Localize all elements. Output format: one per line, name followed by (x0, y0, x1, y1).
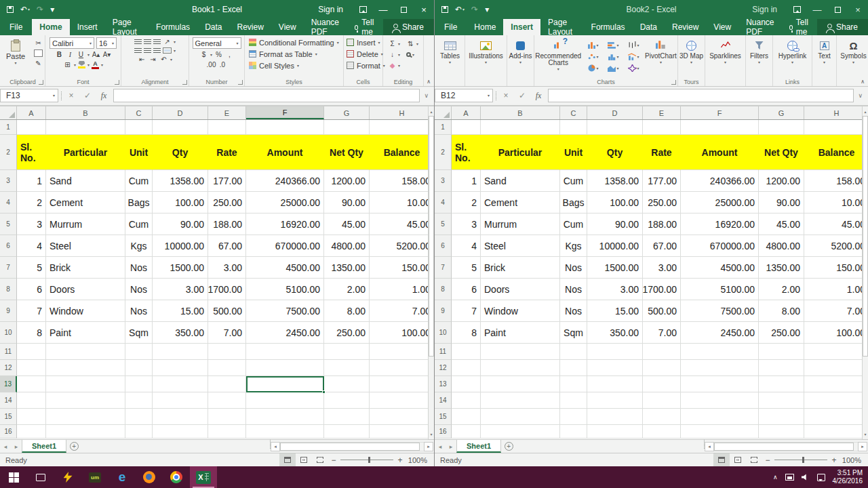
cell-e8[interactable]: 1700.00 (208, 279, 246, 300)
comma-style-icon[interactable]: , (225, 50, 234, 59)
cell-a9[interactable]: 7 (17, 300, 46, 322)
row-header-11[interactable]: 11 (435, 344, 452, 360)
cell-c13[interactable] (125, 376, 153, 392)
cell-d14[interactable] (587, 392, 643, 409)
sign-in-button[interactable]: Sign in (752, 5, 777, 14)
cell-e9[interactable]: 500.00 (643, 300, 681, 322)
cell-e2[interactable]: Rate (643, 135, 681, 170)
undo-icon[interactable]: ↶▾ (20, 5, 30, 14)
cell-g6[interactable]: 4800.00 (324, 235, 370, 257)
cell-f11[interactable] (681, 344, 759, 360)
tab-formulas[interactable]: Formulas (584, 19, 633, 35)
cell-a1[interactable] (452, 120, 481, 135)
cell-e3[interactable]: 177.00 (643, 170, 681, 192)
sheet-tab[interactable]: Sheet1 (22, 440, 66, 453)
collapse-ribbon-icon[interactable]: ∧ (861, 79, 865, 85)
cell-b15[interactable] (46, 409, 125, 425)
cell-h8[interactable]: 1.00 (370, 279, 434, 300)
view-normal-button[interactable] (713, 453, 730, 466)
row-header-7[interactable]: 7 (435, 257, 452, 279)
cell-h11[interactable] (804, 344, 868, 360)
row-header-4[interactable]: 4 (435, 192, 452, 214)
column-header-b[interactable]: B (481, 106, 560, 119)
h-scroll-left-icon[interactable]: ◂ (271, 442, 280, 451)
align-right-icon[interactable] (153, 48, 161, 54)
cell-a2[interactable]: Sl. No. (17, 135, 46, 170)
histogram-chart-button[interactable]: ▾ (608, 53, 619, 60)
fill-icon[interactable]: ↓▾ (388, 50, 400, 59)
cell-a16[interactable] (17, 425, 46, 439)
lightning-taskbar-button[interactable] (54, 466, 81, 488)
tab-review[interactable]: Review (229, 19, 271, 35)
cell-f10[interactable]: 2450.00 (246, 322, 324, 344)
cell-f8[interactable]: 5100.00 (246, 279, 324, 300)
cell-b12[interactable] (46, 360, 125, 376)
ribbon-display-options-button[interactable] (787, 0, 807, 19)
cell-g4[interactable]: 90.00 (324, 192, 370, 214)
cell-a15[interactable] (17, 409, 46, 425)
cell-a5[interactable]: 3 (17, 214, 46, 235)
sheet-tab[interactable]: Sheet1 (456, 440, 501, 453)
cell-b14[interactable] (46, 392, 125, 409)
cell-c5[interactable]: Cum (560, 214, 587, 235)
cell-b3[interactable]: Sand (481, 170, 560, 192)
share-button[interactable]: Share (383, 19, 434, 35)
row-header-13[interactable]: 13 (0, 376, 17, 392)
customize-qat-icon[interactable]: ▾ (485, 5, 489, 14)
cell-b2[interactable]: Particular (46, 135, 125, 170)
cell-b11[interactable] (46, 344, 125, 360)
cell-e15[interactable] (208, 409, 246, 425)
row-header-15[interactable]: 15 (0, 409, 17, 425)
align-bottom-icon[interactable] (153, 39, 161, 45)
cell-b9[interactable]: Window (481, 300, 560, 322)
cell-g16[interactable] (759, 425, 804, 439)
cell-h15[interactable] (804, 409, 868, 425)
h-scroll-left-icon[interactable]: ◂ (705, 442, 714, 451)
cell-h10[interactable]: 100.00 (804, 322, 868, 344)
view-page-break-button[interactable] (746, 453, 762, 466)
zoom-slider-thumb[interactable] (802, 457, 804, 463)
row-header-8[interactable]: 8 (435, 279, 452, 300)
cell-c10[interactable]: Sqm (560, 322, 587, 344)
cell-c15[interactable] (560, 409, 587, 425)
accounting-format-icon[interactable]: $ (199, 50, 208, 59)
sheet-nav-left-icon[interactable]: ◂ (435, 440, 446, 453)
cell-d3[interactable]: 1358.00 (153, 170, 208, 192)
cell-h1[interactable] (370, 120, 434, 135)
cell-f6[interactable]: 670000.00 (246, 235, 324, 257)
cell-g9[interactable]: 8.00 (759, 300, 804, 322)
cell-e1[interactable] (643, 120, 681, 135)
h-scroll-right-icon[interactable]: ▸ (424, 442, 433, 451)
tray-chevron-up-icon[interactable]: ∧ (773, 474, 778, 481)
tab-page-layout[interactable]: Page Layout (540, 19, 584, 35)
insert-function-icon[interactable]: fx (532, 91, 545, 101)
taskbar-clock[interactable]: 3:51 PM 4/26/2016 (833, 469, 863, 485)
cell-f16[interactable] (246, 425, 324, 439)
cell-a3[interactable]: 1 (17, 170, 46, 192)
cell-b15[interactable] (481, 409, 560, 425)
conditional-formatting-button[interactable]: Conditional Formatting▾ (246, 37, 342, 47)
cell-a11[interactable] (452, 344, 481, 360)
cell-c3[interactable]: Cum (125, 170, 153, 192)
dialog-launcher-icon[interactable] (238, 80, 243, 85)
cell-f14[interactable] (246, 392, 324, 409)
font-size-select[interactable]: 16▾ (96, 37, 117, 49)
cell-g2[interactable]: Net Qty (324, 135, 370, 170)
align-top-icon[interactable] (134, 39, 142, 45)
cell-e16[interactable] (208, 425, 246, 439)
cancel-icon[interactable]: × (64, 91, 78, 100)
scroll-down-icon[interactable]: ▾ (429, 430, 434, 439)
formula-bar-expand-icon[interactable]: ∨ (856, 92, 864, 99)
cell-h9[interactable]: 7.00 (370, 300, 434, 322)
cell-h4[interactable]: 10.00 (804, 192, 868, 214)
cell-f3[interactable]: 240366.00 (681, 170, 759, 192)
share-button[interactable]: Share (817, 19, 868, 35)
cell-g4[interactable]: 90.00 (759, 192, 804, 214)
cell-h9[interactable]: 7.00 (804, 300, 868, 322)
select-all-corner[interactable] (435, 106, 452, 119)
zoom-slider[interactable] (774, 460, 827, 460)
cell-a6[interactable]: 4 (17, 235, 46, 257)
cell-a15[interactable] (452, 409, 481, 425)
cell-b10[interactable]: Paint (481, 322, 560, 344)
view-normal-button[interactable] (279, 453, 296, 466)
